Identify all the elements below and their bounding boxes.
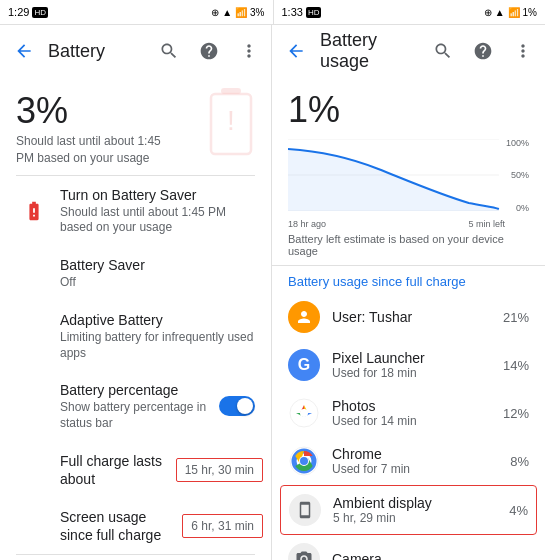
battery-desc: Should last until about 1:45 PM based on… <box>16 133 176 167</box>
ambient-display-percent: 4% <box>509 503 528 518</box>
ambient-display-sub: 5 hr, 29 min <box>333 511 497 525</box>
photos-percent: 12% <box>503 406 529 421</box>
chrome-item[interactable]: Chrome Used for 7 min 8% <box>272 437 545 485</box>
left-appbar-actions <box>151 33 267 69</box>
usage-main: 1% <box>272 77 545 139</box>
camera-icon <box>288 543 320 560</box>
turn-on-battery-saver-content: Turn on Battery Saver Should last until … <box>60 186 255 236</box>
camera-name: Camera <box>332 551 529 560</box>
right-hd: HD <box>306 7 322 18</box>
battery-percentage-toggle[interactable] <box>219 396 255 416</box>
right-wifi-icon: 📶 <box>508 7 520 18</box>
screen-usage-title: Screen usage since full charge <box>60 508 182 544</box>
turn-on-battery-saver-title: Turn on Battery Saver <box>60 186 255 204</box>
battery-saver-content: Battery Saver Off <box>60 256 255 291</box>
pixel-launcher-name: Pixel Launcher <box>332 350 491 366</box>
right-time: 1:33 <box>282 6 303 18</box>
photos-icon <box>288 397 320 429</box>
chrome-content: Chrome Used for 7 min <box>332 446 498 476</box>
turn-on-battery-saver-item[interactable]: Turn on Battery Saver Should last until … <box>0 176 271 246</box>
battery-main-section: 3% Should last until about 1:45 PM based… <box>0 77 271 175</box>
battery-saver-item[interactable]: Battery Saver Off <box>0 246 271 301</box>
left-search-button[interactable] <box>151 33 187 69</box>
chrome-icon <box>288 445 320 477</box>
svg-point-11 <box>300 457 308 465</box>
adaptive-battery-content: Adaptive Battery Limiting battery for in… <box>60 311 255 361</box>
battery-percentage-title: Battery percentage <box>60 381 219 399</box>
g-letter: G <box>298 356 310 374</box>
right-panel: Battery usage <box>272 25 545 560</box>
toggle-thumb <box>237 398 253 414</box>
user-tushar-name: User: Tushar <box>332 309 491 325</box>
vpn-icon: ⊕ <box>211 7 219 18</box>
usage-percent: 1% <box>288 89 529 131</box>
ambient-display-item[interactable]: Ambient display 5 hr, 29 min 4% <box>280 485 537 535</box>
right-help-button[interactable] <box>465 33 501 69</box>
user-icon <box>288 301 320 333</box>
battery-percentage-content: Battery percentage Show battery percenta… <box>60 381 219 431</box>
right-signal-icon: ▲ <box>495 7 505 18</box>
right-vpn-icon: ⊕ <box>484 7 492 18</box>
chrome-sub: Used for 7 min <box>332 462 498 476</box>
left-back-button[interactable] <box>4 31 44 71</box>
chart-x-right: 5 min left <box>468 219 505 229</box>
adaptive-battery-title: Adaptive Battery <box>60 311 255 329</box>
photos-content: Photos Used for 14 min <box>332 398 491 428</box>
adaptive-battery-item[interactable]: Adaptive Battery Limiting battery for in… <box>0 301 271 371</box>
chrome-percent: 8% <box>510 454 529 469</box>
photos-item[interactable]: Photos Used for 14 min 12% <box>272 389 545 437</box>
user-tushar-percent: 21% <box>503 310 529 325</box>
usage-since-label: Battery usage since full charge <box>272 266 545 293</box>
right-battery-text: 1% <box>523 7 537 18</box>
chart-y-100: 100% <box>506 139 529 148</box>
full-charge-content: Full charge lasts about <box>60 452 176 488</box>
user-tushar-item[interactable]: User: Tushar 21% <box>272 293 545 341</box>
battery-text: 3% <box>250 7 264 18</box>
chrome-name: Chrome <box>332 446 498 462</box>
camera-item[interactable]: Camera <box>272 535 545 560</box>
right-search-button[interactable] <box>425 33 461 69</box>
panels: Battery <box>0 24 545 560</box>
full-charge-value: 15 hr, 30 min <box>176 458 263 482</box>
pixel-launcher-percent: 14% <box>503 358 529 373</box>
svg-point-7 <box>300 409 308 417</box>
full-charge-title: Full charge lasts about <box>60 452 176 488</box>
right-status-bar: 1:33 HD ⊕ ▲ 📶 1% <box>273 0 546 24</box>
battery-percent: 3% <box>16 93 176 129</box>
status-bars: 1:29 HD ⊕ ▲ 📶 3% 1:33 HD ⊕ ▲ 📶 1% <box>0 0 545 24</box>
battery-saver-sub: Off <box>60 275 255 291</box>
pixel-launcher-item[interactable]: G Pixel Launcher Used for 18 min 14% <box>272 341 545 389</box>
chart-info: Battery left estimate is based on your d… <box>272 229 545 265</box>
turn-on-battery-saver-sub: Should last until about 1:45 PM based on… <box>60 205 255 236</box>
photos-sub: Used for 14 min <box>332 414 491 428</box>
adaptive-battery-sub: Limiting battery for infrequently used a… <box>60 330 255 361</box>
photos-name: Photos <box>332 398 491 414</box>
left-more-button[interactable] <box>231 33 267 69</box>
left-title: Battery <box>48 41 151 62</box>
left-panel: Battery <box>0 25 272 560</box>
right-appbar: Battery usage <box>272 25 545 77</box>
pixel-launcher-sub: Used for 18 min <box>332 366 491 380</box>
left-time: 1:29 <box>8 6 29 18</box>
right-appbar-actions <box>425 33 541 69</box>
left-help-button[interactable] <box>191 33 227 69</box>
left-hd: HD <box>32 7 48 18</box>
left-appbar: Battery <box>0 25 271 77</box>
chart-x-left: 18 hr ago <box>288 219 326 229</box>
user-tushar-content: User: Tushar <box>332 309 491 325</box>
right-more-button[interactable] <box>505 33 541 69</box>
ambient-display-content: Ambient display 5 hr, 29 min <box>333 495 497 525</box>
right-title: Battery usage <box>320 30 425 72</box>
battery-saver-icon <box>16 200 52 222</box>
camera-content: Camera <box>332 551 529 560</box>
screen-usage-content: Screen usage since full charge <box>60 508 182 544</box>
signal-icon: ▲ <box>222 7 232 18</box>
screen-usage-value: 6 hr, 31 min <box>182 514 263 538</box>
battery-percentage-item[interactable]: Battery percentage Show battery percenta… <box>0 371 271 441</box>
left-status-bar: 1:29 HD ⊕ ▲ 📶 3% <box>0 0 273 24</box>
battery-icon: ! <box>207 93 255 153</box>
chart-y-0: 0% <box>516 204 529 213</box>
pixel-launcher-icon: G <box>288 349 320 381</box>
chart-svg <box>288 139 529 211</box>
right-back-button[interactable] <box>276 31 316 71</box>
